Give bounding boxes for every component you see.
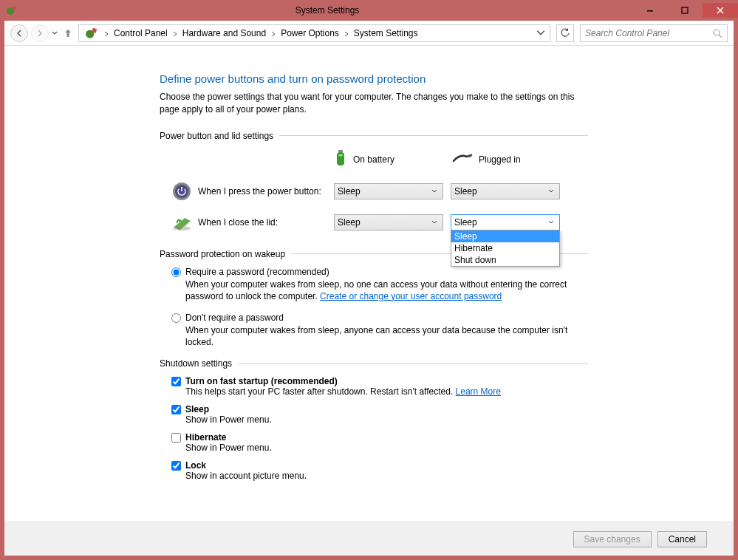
plug-icon [452, 152, 473, 166]
system-settings-window: System Settings Control Panel Hardware a… [0, 0, 738, 560]
breadcrumb-item[interactable]: Hardware and Sound [180, 28, 268, 38]
up-button[interactable] [61, 26, 75, 41]
breadcrumb-dropdown[interactable] [535, 27, 547, 39]
fast-startup-description: This helps start your PC faster after sh… [185, 386, 588, 397]
create-password-link[interactable]: Create or change your user account passw… [320, 291, 502, 301]
column-headers: On battery Plugged in [171, 148, 588, 171]
power-button-row: When I press the power button: Sleep Sle… [171, 181, 588, 202]
page-title: Define power buttons and turn on passwor… [160, 72, 588, 85]
require-password-radio[interactable] [171, 267, 181, 277]
maximize-button[interactable] [668, 3, 702, 18]
close-lid-battery-dropdown[interactable]: Sleep [334, 214, 443, 231]
bottom-bar: Save changes Cancel [4, 522, 734, 556]
refresh-button[interactable] [556, 24, 574, 42]
close-lid-label: When I close the lid: [198, 217, 334, 228]
svg-rect-9 [338, 150, 343, 152]
content-area: Define power buttons and turn on passwor… [4, 46, 734, 522]
hibernate-checkbox[interactable] [171, 433, 181, 443]
history-chevron-icon[interactable] [52, 30, 58, 37]
dropdown-option-hibernate[interactable]: Hibernate [451, 242, 559, 254]
chevron-down-icon [546, 219, 556, 225]
chevron-down-icon [429, 219, 440, 225]
section-header-shutdown: Shutdown settings [160, 358, 588, 369]
dropdown-option-shutdown[interactable]: Shut down [451, 254, 559, 266]
dont-require-password-label: Don't require a password [185, 313, 284, 323]
chevron-right-icon [270, 30, 277, 37]
search-box[interactable] [580, 24, 728, 42]
svg-rect-3 [682, 7, 688, 13]
chevron-down-icon [546, 188, 556, 194]
battery-icon [334, 149, 347, 169]
hibernate-label: Hibernate [185, 432, 226, 443]
breadcrumb-item[interactable]: Control Panel [112, 28, 170, 38]
lock-description: Show in account picture menu. [185, 471, 588, 481]
fast-startup-label: Turn on fast startup (recommended) [185, 376, 338, 386]
require-password-description: When your computer wakes from sleep, no … [185, 279, 584, 302]
svg-point-11 [468, 154, 471, 157]
close-lid-plugged-dropdown[interactable]: Sleep Sleep Hibernate Shut down [451, 214, 560, 231]
client-area: Control Panel Hardware and Sound Power O… [4, 21, 734, 556]
power-button-battery-dropdown[interactable]: Sleep [334, 183, 443, 199]
app-icon [6, 4, 18, 16]
search-input[interactable] [585, 28, 712, 38]
hibernate-description: Show in Power menu. [185, 443, 588, 453]
column-plugged-label: Plugged in [479, 154, 521, 165]
forward-button[interactable] [31, 24, 49, 42]
dropdown-option-sleep[interactable]: Sleep [451, 231, 559, 242]
sleep-label: Sleep [185, 404, 209, 414]
sleep-description: Show in Power menu. [185, 414, 588, 425]
dont-require-password-radio[interactable] [171, 313, 181, 323]
dropdown-menu: Sleep Hibernate Shut down [451, 230, 560, 267]
learn-more-link[interactable]: Learn More [456, 386, 501, 397]
minimize-button[interactable] [633, 3, 667, 18]
breadcrumb-item[interactable]: Power Options [279, 28, 341, 38]
svg-point-6 [714, 30, 720, 35]
power-button-plugged-dropdown[interactable]: Sleep [451, 183, 560, 199]
back-button[interactable] [10, 24, 28, 42]
cancel-button[interactable]: Cancel [657, 531, 707, 547]
power-button-label: When I press the power button: [198, 186, 334, 197]
fast-startup-checkbox[interactable] [171, 377, 181, 386]
chevron-right-icon [103, 30, 110, 37]
page-subtitle: Choose the power settings that you want … [160, 91, 588, 116]
save-changes-button[interactable]: Save changes [573, 531, 652, 547]
svg-rect-2 [647, 10, 653, 12]
lock-checkbox[interactable] [171, 461, 181, 471]
power-options-icon [85, 27, 98, 40]
chevron-right-icon [171, 30, 179, 37]
close-button[interactable] [703, 3, 738, 18]
titlebar[interactable]: System Settings [0, 0, 738, 21]
section-header-power: Power button and lid settings [160, 131, 588, 141]
window-controls [632, 3, 738, 18]
laptop-lid-icon [171, 212, 192, 233]
breadcrumb[interactable]: Control Panel Hardware and Sound Power O… [78, 24, 550, 42]
chevron-right-icon [343, 30, 350, 37]
close-lid-row: When I close the lid: Sleep Sleep Sleep … [171, 212, 588, 233]
power-button-icon [171, 181, 192, 202]
svg-line-7 [719, 35, 722, 38]
nav-bar: Control Panel Hardware and Sound Power O… [4, 21, 734, 46]
search-icon [712, 28, 722, 38]
lock-label: Lock [185, 460, 206, 471]
column-battery-label: On battery [353, 154, 394, 165]
breadcrumb-item[interactable]: System Settings [352, 28, 420, 38]
chevron-down-icon [429, 188, 440, 194]
window-title: System Settings [22, 5, 632, 16]
require-password-label: Require a password (recommended) [185, 267, 329, 277]
svg-point-10 [338, 154, 343, 157]
dont-require-password-description: When your computer wakes from sleep, any… [185, 324, 584, 348]
sleep-checkbox[interactable] [171, 405, 181, 414]
